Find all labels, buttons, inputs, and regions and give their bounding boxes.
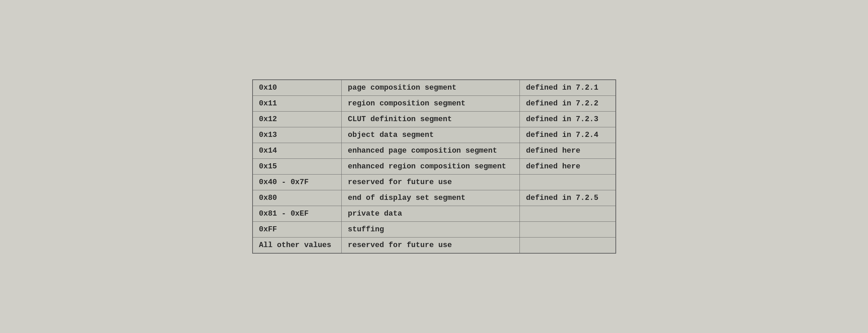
col-reference bbox=[520, 175, 616, 190]
table-row: 0x13object data segmentdefined in 7.2.4 bbox=[253, 127, 616, 143]
col-code: 0x80 bbox=[253, 190, 342, 206]
col-code: 0xFF bbox=[253, 222, 342, 238]
col-description: object data segment bbox=[342, 127, 520, 143]
table-row: 0xFFstuffing bbox=[253, 222, 616, 238]
col-description: enhanced region composition segment bbox=[342, 159, 520, 175]
table-row: 0x81 - 0xEFprivate data bbox=[253, 206, 616, 222]
table-row: 0x40 - 0x7Freserved for future use bbox=[253, 175, 616, 190]
col-code: 0x12 bbox=[253, 112, 342, 127]
col-code: 0x40 - 0x7F bbox=[253, 175, 342, 190]
page-container: 0x10page composition segmentdefined in 7… bbox=[0, 0, 868, 333]
col-description: stuffing bbox=[342, 222, 520, 238]
table-row: 0x14enhanced page composition segmentdef… bbox=[253, 143, 616, 159]
col-description: reserved for future use bbox=[342, 238, 520, 254]
col-description: private data bbox=[342, 206, 520, 222]
col-reference: defined in 7.2.3 bbox=[520, 112, 616, 127]
col-reference: defined here bbox=[520, 143, 616, 159]
col-reference: defined in 7.2.5 bbox=[520, 190, 616, 206]
col-reference: defined in 7.2.2 bbox=[520, 96, 616, 112]
col-description: CLUT definition segment bbox=[342, 112, 520, 127]
col-reference bbox=[520, 206, 616, 222]
table-wrapper: 0x10page composition segmentdefined in 7… bbox=[239, 66, 630, 267]
col-code: 0x10 bbox=[253, 80, 342, 96]
col-code: 0x14 bbox=[253, 143, 342, 159]
col-description: end of display set segment bbox=[342, 190, 520, 206]
col-reference: defined in 7.2.1 bbox=[520, 80, 616, 96]
col-code: 0x11 bbox=[253, 96, 342, 112]
col-description: page composition segment bbox=[342, 80, 520, 96]
col-reference: defined in 7.2.4 bbox=[520, 127, 616, 143]
table-row: All other valuesreserved for future use bbox=[253, 238, 616, 254]
table-row: 0x15enhanced region composition segmentd… bbox=[253, 159, 616, 175]
col-reference bbox=[520, 238, 616, 254]
col-code: 0x81 - 0xEF bbox=[253, 206, 342, 222]
col-code: All other values bbox=[253, 238, 342, 254]
col-description: region composition segment bbox=[342, 96, 520, 112]
table-row: 0x12CLUT definition segmentdefined in 7.… bbox=[253, 112, 616, 127]
col-description: reserved for future use bbox=[342, 175, 520, 190]
segment-type-table: 0x10page composition segmentdefined in 7… bbox=[252, 79, 616, 254]
col-reference: defined here bbox=[520, 159, 616, 175]
col-reference bbox=[520, 222, 616, 238]
col-code: 0x13 bbox=[253, 127, 342, 143]
table-row: 0x10page composition segmentdefined in 7… bbox=[253, 80, 616, 96]
col-description: enhanced page composition segment bbox=[342, 143, 520, 159]
table-row: 0x11region composition segmentdefined in… bbox=[253, 96, 616, 112]
col-code: 0x15 bbox=[253, 159, 342, 175]
table-row: 0x80end of display set segmentdefined in… bbox=[253, 190, 616, 206]
